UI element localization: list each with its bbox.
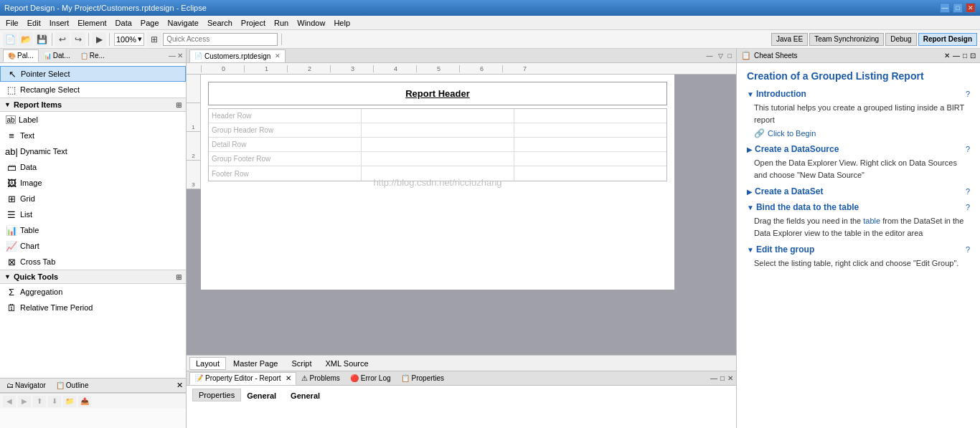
footer-row[interactable]: Footer Row (209, 166, 666, 181)
cs-datasource-header[interactable]: Create a DataSource ? (747, 144, 970, 154)
data-item[interactable]: 🗃 Data (0, 159, 186, 175)
error-log-tab[interactable]: 🔴 Error Log (345, 372, 396, 385)
bottom-close[interactable]: ✕ (727, 374, 733, 382)
data-tab[interactable]: 📊 Dat... (39, 49, 75, 62)
aggregation-item[interactable]: Σ Aggregation (0, 284, 186, 300)
click-to-begin-link[interactable]: 🔗 Click to Begin (747, 128, 970, 138)
bind-help[interactable]: ? (966, 203, 970, 211)
rectangle-select-item[interactable]: ⬚ Rectangle Select (0, 82, 186, 98)
new-button[interactable]: 📄 (3, 32, 17, 47)
edit-group-help[interactable]: ? (966, 245, 970, 254)
property-editor-tab[interactable]: 📝 Property Editor - Report ✕ (189, 372, 296, 385)
navigator-tab[interactable]: 🗂 Navigator (3, 379, 50, 392)
zoom-dropdown-icon[interactable]: ▾ (138, 34, 142, 44)
cheat-sheets-close-icon[interactable]: ✕ (944, 52, 950, 60)
editor-tab-close[interactable]: ✕ (275, 52, 281, 60)
pointer-select-item[interactable]: ↖ Pointer Select (0, 66, 186, 82)
nav-back[interactable]: ◀ (3, 396, 16, 407)
perspective-team-synchronizing[interactable]: Team Synchronizing (809, 33, 884, 46)
detail-row[interactable]: Detail Row (209, 138, 666, 152)
menu-run[interactable]: Run (270, 18, 293, 28)
close-button[interactable]: ✕ (966, 3, 976, 13)
group-header-row[interactable]: Group Header Row (209, 123, 666, 138)
editor-restore[interactable]: □ (727, 52, 733, 60)
group-footer-row[interactable]: Group Footer Row (209, 152, 666, 166)
redo-button[interactable]: ↪ (71, 32, 85, 47)
outline-tab[interactable]: 📋 Outline (52, 379, 93, 392)
navigator-close[interactable]: ✕ (176, 381, 183, 390)
minimize-button[interactable]: — (940, 3, 950, 13)
text-item[interactable]: ≡ Text (0, 128, 186, 143)
run-button[interactable]: ▶ (92, 32, 106, 47)
menu-file[interactable]: File (1, 18, 23, 28)
design-canvas[interactable]: Report Header Header Row Group Header Ro… (201, 75, 674, 290)
canvas-wrap[interactable]: 1 2 3 Report Header Header Row (187, 75, 736, 355)
menu-project[interactable]: Project (237, 18, 270, 28)
menu-window[interactable]: Window (293, 18, 329, 28)
layout-tab[interactable]: Layout (189, 357, 226, 370)
perspective-debug[interactable]: Debug (885, 33, 916, 46)
open-button[interactable]: 📂 (19, 32, 33, 47)
bottom-minimize[interactable]: — (710, 374, 717, 382)
dataset-help[interactable]: ? (966, 187, 970, 196)
save-button[interactable]: 💾 (34, 32, 49, 47)
report-table[interactable]: Header Row Group Header Row Detail Row (208, 108, 667, 181)
perspective-java-ee[interactable]: Java EE (771, 33, 808, 46)
cheat-sheets-maximize[interactable]: □ (963, 52, 967, 60)
list-item[interactable]: ☰ List (0, 206, 186, 222)
zoom-control[interactable]: 100% ▾ (114, 33, 144, 46)
bottom-maximize[interactable]: □ (720, 374, 725, 382)
menu-page[interactable]: Page (136, 18, 164, 28)
grid-item[interactable]: ⊞ Grid (0, 191, 186, 206)
intro-help[interactable]: ? (966, 90, 970, 98)
xml-source-tab[interactable]: XML Source (319, 357, 375, 370)
report-header[interactable]: Report Header (208, 82, 667, 105)
chart-item[interactable]: 📈 Chart (0, 238, 186, 254)
menu-navigate[interactable]: Navigate (164, 18, 203, 28)
nav-forward[interactable]: ▶ (18, 396, 31, 407)
left-panel-close[interactable]: ✕ (177, 52, 183, 60)
maximize-button[interactable]: □ (953, 3, 963, 13)
report-items-header[interactable]: ▼ Report Items ⊞ (0, 98, 186, 112)
label-item[interactable]: ab Label (0, 112, 186, 128)
property-editor-close[interactable]: ✕ (286, 374, 291, 382)
menu-help[interactable]: Help (329, 18, 354, 28)
perspective-report-design[interactable]: Report Design (918, 33, 977, 46)
menu-search[interactable]: Search (203, 18, 237, 28)
editor-maximize[interactable]: ▽ (717, 52, 725, 60)
re-tab[interactable]: 📋 Re... (75, 49, 110, 62)
cs-edit-group-header[interactable]: Edit the group ? (747, 244, 970, 255)
quick-access-input[interactable] (163, 33, 278, 46)
nav-down[interactable]: ⬇ (48, 396, 61, 407)
image-item[interactable]: 🖼 Image (0, 175, 186, 191)
script-tab[interactable]: Script (285, 357, 318, 370)
nav-export[interactable]: 📤 (78, 396, 91, 407)
cheat-sheets-minimize[interactable]: — (953, 52, 960, 60)
zoom-fit-button[interactable]: ⊞ (147, 32, 161, 47)
menu-element[interactable]: Element (73, 18, 110, 28)
cs-bind-header[interactable]: Bind the data to the table ? (747, 202, 970, 212)
quick-tools-expand[interactable]: ⊞ (176, 273, 182, 281)
editor-minimize[interactable]: — (705, 52, 715, 60)
master-page-tab[interactable]: Master Page (227, 357, 284, 370)
menu-edit[interactable]: Edit (23, 18, 45, 28)
undo-button[interactable]: ↩ (55, 32, 70, 47)
properties-btn[interactable]: Properties (192, 389, 241, 401)
palette-tab[interactable]: 🎨 Pal... (3, 49, 39, 62)
relative-time-period-item[interactable]: 🗓 Relative Time Period (0, 300, 186, 315)
nav-up[interactable]: ⬆ (33, 396, 46, 407)
cs-intro-header[interactable]: Introduction ? (747, 89, 970, 99)
datasource-help[interactable]: ? (966, 145, 970, 153)
nav-folder[interactable]: 📁 (63, 396, 76, 407)
problems-tab[interactable]: ⚠ Problems (296, 372, 345, 385)
editor-tab-customers[interactable]: 📄 Customers.rptdesign ✕ (189, 49, 286, 62)
properties-tab[interactable]: 📋 Properties (396, 372, 450, 385)
cs-dataset-header[interactable]: Create a DataSet ? (747, 186, 970, 196)
quick-tools-header[interactable]: ▼ Quick Tools ⊞ (0, 270, 186, 284)
dynamic-text-item[interactable]: ab| Dynamic Text (0, 143, 186, 159)
cheat-sheets-detach[interactable]: ⊡ (970, 52, 976, 60)
cross-tab-item[interactable]: ⊠ Cross Tab (0, 254, 186, 270)
header-row[interactable]: Header Row (209, 109, 666, 123)
menu-data[interactable]: Data (111, 18, 136, 28)
report-items-expand[interactable]: ⊞ (176, 101, 182, 109)
